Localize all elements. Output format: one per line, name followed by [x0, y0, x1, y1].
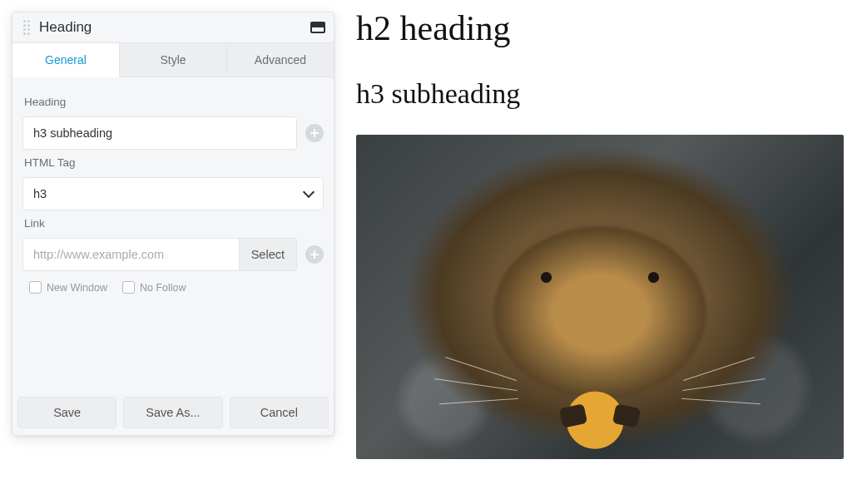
tab-advanced[interactable]: Advanced — [226, 43, 334, 77]
link-select-button[interactable]: Select — [239, 238, 297, 271]
new-window-label: New Window — [47, 282, 107, 294]
cancel-button[interactable]: Cancel — [230, 397, 329, 428]
htmltag-select[interactable]: h3 — [22, 177, 324, 210]
panel-footer: Save Save As... Cancel — [12, 397, 334, 435]
preview-h2-heading: h2 heading — [356, 8, 844, 48]
tab-general[interactable]: General — [12, 43, 119, 77]
preview-area: h2 heading h3 subheading — [356, 8, 844, 459]
panel-title: Heading — [39, 19, 310, 36]
save-button[interactable]: Save — [17, 397, 116, 428]
settings-panel: Heading General Style Advanced Heading H… — [12, 12, 334, 436]
tabs: General Style Advanced — [12, 42, 334, 77]
checkbox-icon — [122, 281, 135, 294]
panel-body: Heading HTML Tag h3 Link Select New Wind… — [12, 77, 334, 397]
checkbox-icon — [29, 281, 42, 294]
drag-handle-icon[interactable] — [21, 19, 32, 36]
no-follow-checkbox[interactable]: No Follow — [122, 281, 186, 294]
link-label: Link — [24, 217, 322, 230]
responsive-toggle-icon[interactable] — [310, 22, 325, 33]
panel-header: Heading — [12, 12, 334, 42]
preview-h3-heading: h3 subheading — [356, 78, 844, 110]
tab-style[interactable]: Style — [119, 43, 226, 77]
link-input[interactable] — [22, 238, 239, 271]
add-connection-icon[interactable] — [305, 124, 324, 142]
heading-input[interactable] — [22, 116, 297, 150]
no-follow-label: No Follow — [140, 282, 186, 294]
heading-label: Heading — [24, 96, 322, 108]
add-connection-icon[interactable] — [305, 245, 324, 264]
new-window-checkbox[interactable]: New Window — [29, 281, 107, 294]
htmltag-value: h3 — [33, 187, 47, 200]
preview-image — [356, 135, 844, 459]
htmltag-label: HTML Tag — [24, 156, 322, 169]
chevron-down-icon — [303, 186, 315, 198]
save-as-button[interactable]: Save As... — [123, 397, 222, 428]
